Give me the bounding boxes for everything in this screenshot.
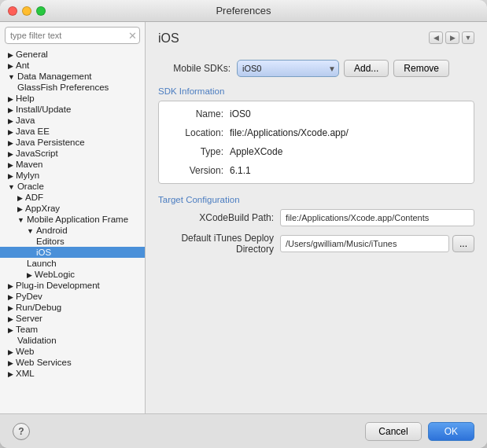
sidebar-item-ant[interactable]: ▶Ant bbox=[0, 60, 145, 71]
sidebar-item-editors[interactable]: Editors bbox=[0, 236, 145, 247]
sidebar-item-adf[interactable]: ▶ADF bbox=[0, 192, 145, 203]
panel-top-row: iOS ◀ ▶ ▼ bbox=[158, 31, 474, 52]
help-button[interactable]: ? bbox=[13, 423, 30, 440]
sdk-info-header: SDK Information bbox=[158, 86, 474, 96]
tree: ▶General ▶Ant ▼Data Management GlassFish… bbox=[0, 47, 145, 413]
type-label: Type: bbox=[167, 146, 230, 157]
xcodebuild-row: XCodeBuild Path: file:/Applications/Xcod… bbox=[158, 209, 474, 226]
itunes-row: Default iTunes Deploy Directory /Users/g… bbox=[158, 233, 474, 255]
itunes-label: Default iTunes Deploy Directory bbox=[158, 233, 280, 255]
sdk-info-section: Name: iOS0 Location: file:/Applications/… bbox=[158, 101, 474, 184]
sidebar-item-data-management[interactable]: ▼Data Management bbox=[0, 71, 145, 82]
panel-title: iOS bbox=[158, 31, 179, 46]
nav-dropdown-button[interactable]: ▼ bbox=[462, 31, 474, 44]
window-title: Preferences bbox=[216, 5, 271, 17]
xcodebuild-label: XCodeBuild Path: bbox=[158, 212, 280, 223]
mobile-sdks-label: Mobile SDKs: bbox=[158, 63, 237, 74]
sidebar-item-weblogic[interactable]: ▶WebLogic bbox=[0, 269, 145, 280]
sidebar-item-pydev[interactable]: ▶PyDev bbox=[0, 291, 145, 302]
version-row: Version: 6.1.1 bbox=[167, 163, 466, 178]
sidebar-item-web[interactable]: ▶Web bbox=[0, 346, 145, 357]
name-row: Name: iOS0 bbox=[167, 106, 466, 122]
sidebar-item-launch[interactable]: Launch bbox=[0, 258, 145, 269]
sidebar-item-java-ee[interactable]: ▶Java EE bbox=[0, 126, 145, 137]
xcodebuild-value: file:/Applications/Xcode.app/Contents bbox=[280, 209, 474, 226]
navigation-arrows: ◀ ▶ ▼ bbox=[429, 31, 474, 44]
mobile-sdks-row: Mobile SDKs: iOS0 ▼ Add... Remove bbox=[158, 60, 474, 77]
search-clear-icon[interactable]: ✕ bbox=[128, 30, 137, 42]
sidebar-item-run-debug[interactable]: ▶Run/Debug bbox=[0, 302, 145, 313]
sidebar-item-android[interactable]: ▼Android bbox=[0, 225, 145, 236]
sidebar-item-glassfish[interactable]: GlassFish Preferences bbox=[0, 82, 145, 93]
sidebar-item-maven[interactable]: ▶Maven bbox=[0, 159, 145, 170]
sidebar: ✕ ▶General ▶Ant ▼Data Management GlassFi… bbox=[0, 22, 146, 413]
sidebar-item-team[interactable]: ▶Team bbox=[0, 324, 145, 335]
sidebar-item-xml[interactable]: ▶XML bbox=[0, 368, 145, 379]
sidebar-item-web-services[interactable]: ▶Web Services bbox=[0, 357, 145, 368]
titlebar: Preferences bbox=[0, 0, 487, 22]
location-value: file:/Applications/Xcode.app/ bbox=[230, 127, 466, 138]
sidebar-item-javascript[interactable]: ▶JavaScript bbox=[0, 148, 145, 159]
close-button[interactable] bbox=[8, 6, 17, 16]
maximize-button[interactable] bbox=[36, 6, 46, 16]
sidebar-item-general[interactable]: ▶General bbox=[0, 49, 145, 60]
preferences-dialog: Preferences ✕ ▶General ▶Ant ▼Data Manage… bbox=[0, 0, 487, 448]
target-config-header: Target Configuration bbox=[158, 195, 474, 204]
location-label: Location: bbox=[167, 127, 230, 138]
right-panel: iOS ◀ ▶ ▼ Mobile SDKs: iOS0 ▼ Add... Rem… bbox=[146, 22, 487, 413]
sdk-dropdown-wrapper: iOS0 ▼ bbox=[237, 60, 339, 77]
config-section: XCodeBuild Path: file:/Applications/Xcod… bbox=[158, 209, 474, 261]
itunes-browse-button[interactable]: ... bbox=[452, 235, 474, 252]
version-value: 6.1.1 bbox=[230, 165, 466, 176]
bottom-buttons: Cancel OK bbox=[365, 422, 474, 441]
version-label: Version: bbox=[167, 165, 230, 176]
nav-forward-button[interactable]: ▶ bbox=[445, 31, 459, 44]
main-content: ✕ ▶General ▶Ant ▼Data Management GlassFi… bbox=[0, 22, 487, 413]
sidebar-item-mylyn[interactable]: ▶Mylyn bbox=[0, 170, 145, 181]
nav-back-button[interactable]: ◀ bbox=[429, 31, 443, 44]
sidebar-item-appxray[interactable]: ▶AppXray bbox=[0, 203, 145, 214]
window-controls bbox=[8, 6, 46, 16]
sidebar-item-install-update[interactable]: ▶Install/Update bbox=[0, 104, 145, 115]
ok-button[interactable]: OK bbox=[428, 422, 474, 441]
sidebar-item-server[interactable]: ▶Server bbox=[0, 313, 145, 324]
itunes-field-group: /Users/gwilliam/Music/iTunes ... bbox=[280, 235, 474, 252]
bottom-bar: ? Cancel OK bbox=[0, 413, 487, 448]
sidebar-item-help[interactable]: ▶Help bbox=[0, 93, 145, 104]
sidebar-item-mobile-app-frame[interactable]: ▼Mobile Application Frame bbox=[0, 214, 145, 225]
sidebar-item-oracle[interactable]: ▼Oracle bbox=[0, 181, 145, 192]
mobile-sdks-select[interactable]: iOS0 bbox=[237, 60, 339, 77]
name-label: Name: bbox=[167, 108, 230, 119]
sidebar-item-java-persistence[interactable]: ▶Java Persistence bbox=[0, 137, 145, 148]
type-value: AppleXCode bbox=[230, 146, 466, 157]
sidebar-item-validation[interactable]: Validation bbox=[0, 335, 145, 346]
search-box: ✕ bbox=[5, 27, 140, 44]
name-value: iOS0 bbox=[230, 108, 466, 119]
cancel-button[interactable]: Cancel bbox=[365, 422, 421, 441]
search-input[interactable] bbox=[5, 27, 140, 44]
sidebar-item-java[interactable]: ▶Java bbox=[0, 115, 145, 126]
itunes-value: /Users/gwilliam/Music/iTunes bbox=[280, 235, 449, 252]
remove-button[interactable]: Remove bbox=[393, 60, 449, 77]
sidebar-item-ios[interactable]: iOS bbox=[0, 247, 145, 258]
type-row: Type: AppleXCode bbox=[167, 144, 466, 160]
minimize-button[interactable] bbox=[22, 6, 31, 16]
location-row: Location: file:/Applications/Xcode.app/ bbox=[167, 125, 466, 141]
add-button[interactable]: Add... bbox=[344, 60, 389, 77]
sidebar-item-plugin-dev[interactable]: ▶Plug-in Development bbox=[0, 280, 145, 291]
